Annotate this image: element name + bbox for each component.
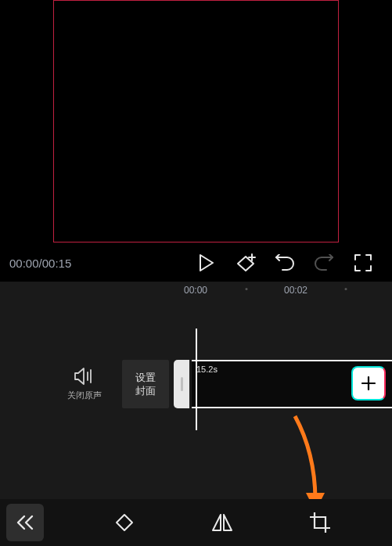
- mirror-button[interactable]: [203, 504, 241, 541]
- plus-icon: [361, 375, 376, 391]
- ruler-tick-dot: [345, 288, 347, 290]
- playhead[interactable]: [196, 329, 197, 430]
- video-canvas[interactable]: [53, 0, 339, 242]
- add-clip-button[interactable]: [351, 366, 386, 401]
- double-chevron-left-icon: [16, 515, 34, 530]
- fullscreen-icon: [354, 254, 372, 271]
- fullscreen-button[interactable]: [347, 246, 379, 279]
- redo-icon: [314, 254, 334, 271]
- cover-label-line2: 封面: [135, 384, 156, 397]
- ruler-tick-label: 00:02: [284, 285, 307, 296]
- play-button[interactable]: [190, 246, 223, 279]
- back-button[interactable]: [6, 504, 44, 541]
- ruler-tick-dot: [246, 288, 248, 290]
- keyframe-add-icon: [235, 253, 257, 273]
- mute-label: 关闭原声: [67, 390, 102, 401]
- ruler-tick-label: 00:00: [184, 285, 207, 296]
- time-display: 00:00/00:15: [9, 257, 71, 270]
- cover-label-line1: 设置: [135, 371, 156, 384]
- handle-grip-icon: [181, 377, 183, 391]
- rotate-icon: [114, 512, 135, 533]
- speaker-icon: [74, 368, 95, 385]
- crop-button[interactable]: [301, 504, 339, 541]
- set-cover-button[interactable]: 设置 封面: [122, 360, 169, 408]
- add-keyframe-button[interactable]: [229, 246, 262, 279]
- crop-icon: [310, 512, 330, 533]
- mirror-icon: [211, 514, 233, 531]
- clip-left-handle[interactable]: [174, 360, 189, 408]
- player-controls-bar: 00:00/00:15: [0, 244, 392, 282]
- annotation-arrow: [278, 415, 340, 499]
- undo-icon: [275, 254, 295, 271]
- undo-button[interactable]: [268, 246, 301, 279]
- rotate-button[interactable]: [106, 504, 143, 541]
- mute-original-audio-button[interactable]: 关闭原声: [61, 368, 108, 401]
- redo-button[interactable]: [307, 246, 340, 279]
- timeline-area[interactable]: 00:00 00:02 关闭原声 设置 封面 15.2s: [0, 282, 392, 499]
- timeline-ruler[interactable]: 00:00 00:02: [0, 282, 392, 300]
- video-preview-area: 00:00/00:15: [0, 0, 392, 282]
- bottom-toolbar: [0, 499, 392, 546]
- clip-duration-label: 15.2s: [196, 365, 218, 374]
- play-icon: [199, 254, 214, 271]
